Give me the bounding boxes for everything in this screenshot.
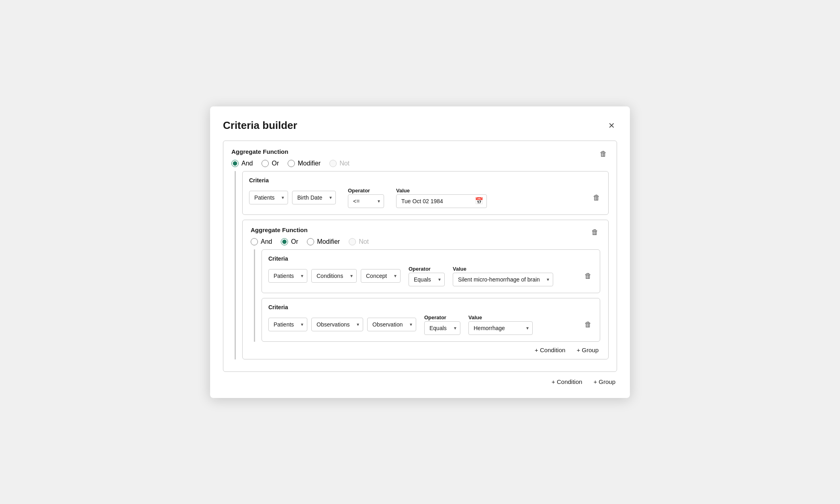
outer-operator-select-wrap: <= ▾ [348,194,384,208]
inner-aggregate-box: Aggregate Function 🗑 And Or Modifier [242,220,609,359]
inner-agg-row: Aggregate Function 🗑 [251,226,600,238]
inner-add-condition-button[interactable]: + Condition [535,347,565,353]
outer-radio-or-label: Or [272,160,279,167]
inner2-patients-select[interactable]: Patients [268,318,307,331]
inner-radio-and-label: And [261,238,272,245]
outer-aggregate-box: Aggregate Function 🗑 And Or Modifier Not [223,141,617,372]
inner2-observation-select[interactable]: Observation [367,318,416,331]
inner2-value-select[interactable]: Hemorrhage [468,321,533,335]
outer-bottom-actions: + Condition + Group [223,378,617,385]
outer-operator-group: Operator <= ▾ [348,188,384,208]
inner2-operator-select[interactable]: Equals [424,321,460,335]
outer-criteria-label: Criteria [249,177,602,184]
inner-add-group-button[interactable]: + Group [576,347,599,353]
modal-title: Criteria builder [223,119,297,132]
outer-value-input[interactable] [401,195,473,208]
inner2-observations-select-wrap: Observations ▾ [311,318,363,331]
outer-aggregate-label: Aggregate Function [231,148,288,155]
outer-add-condition-button[interactable]: + Condition [552,378,582,385]
outer-aggregate-delete-button[interactable]: 🗑 [598,149,609,159]
inner-radio-modifier[interactable]: Modifier [307,238,340,245]
outer-radio-or[interactable]: Or [262,160,279,167]
inner-aggregate-delete-button[interactable]: 🗑 [590,227,600,237]
inner-criteria-box-2: Criteria Patients ▾ Observations [262,298,600,342]
outer-radio-modifier-label: Modifier [298,160,321,167]
inner-criteria-fields-1: Patients ▾ Conditions ▾ [268,266,593,286]
inner1-operator-select-wrap: Equals ▾ [409,273,445,286]
outer-operator-select[interactable]: <= [348,194,384,208]
outer-radio-and[interactable]: And [231,160,253,167]
inner1-operator-select[interactable]: Equals [409,273,445,286]
outer-radio-or-input[interactable] [262,160,269,167]
inner1-conditions-select-wrap: Conditions ▾ [311,269,357,283]
inner2-operator-label: Operator [424,314,460,320]
inner-criteria-fields-2: Patients ▾ Observations ▾ [268,314,593,335]
outer-radio-modifier-input[interactable] [288,160,295,167]
outer-value-group: Value 📅 [396,188,487,208]
outer-radio-and-input[interactable] [231,160,239,167]
inner-criteria-box-1: Criteria Patients ▾ Conditions [262,249,600,293]
inner2-observations-select[interactable]: Observations [311,318,363,331]
inner-bottom-actions: + Condition + Group [251,347,600,353]
outer-birthdate-select-wrap: Birth Date ▾ [292,191,336,204]
outer-criteria-fields: Patients ▾ Birth Date ▾ Operator [249,188,602,208]
close-button[interactable]: × [606,119,617,131]
outer-radio-not[interactable]: Not [329,160,349,167]
inner2-observation-select-wrap: Observation ▾ [367,318,416,331]
outer-agg-row: Aggregate Function 🗑 [231,148,609,160]
outer-patients-select[interactable]: Patients [249,191,288,204]
outer-criteria-section: Criteria Patients ▾ Birth Date ▾ [235,171,609,359]
inner-radio-not-label: Not [359,238,369,245]
inner1-operator-group: Operator Equals ▾ [409,266,445,286]
inner-criteria-2-delete-button[interactable]: 🗑 [583,320,593,330]
criteria-builder-modal: Criteria builder × Aggregate Function 🗑 … [210,106,630,398]
outer-aggregate-radio-group: And Or Modifier Not [231,160,609,167]
inner-radio-modifier-label: Modifier [317,238,340,245]
inner1-value-label: Value [453,266,553,272]
inner-radio-and[interactable]: And [251,238,272,245]
inner2-operator-select-wrap: Equals ▾ [424,321,460,335]
inner-radio-not-input[interactable] [349,238,356,245]
inner1-concept-select[interactable]: Concept [361,269,401,283]
inner1-value-group: Value Silent micro-hemorrhage of brain ▾ [453,266,553,286]
inner1-patients-select[interactable]: Patients [268,269,307,283]
outer-criteria-box: Criteria Patients ▾ Birth Date ▾ [242,171,609,215]
calendar-icon[interactable]: 📅 [475,197,483,205]
inner-radio-or-label: Or [291,238,298,245]
inner-radio-modifier-input[interactable] [307,238,314,245]
outer-radio-modifier[interactable]: Modifier [288,160,321,167]
inner2-value-group: Value Hemorrhage ▾ [468,314,533,335]
outer-radio-not-input[interactable] [329,160,337,167]
outer-radio-and-label: And [241,160,253,167]
inner1-patients-select-wrap: Patients ▾ [268,269,307,283]
inner-criteria-1-delete-button[interactable]: 🗑 [583,271,593,281]
outer-radio-not-label: Not [339,160,349,167]
inner1-concept-select-wrap: Concept ▾ [361,269,401,283]
inner-radio-not[interactable]: Not [349,238,369,245]
inner-radio-or-input[interactable] [281,238,288,245]
outer-add-group-button[interactable]: + Group [593,378,615,385]
inner2-patients-select-wrap: Patients ▾ [268,318,307,331]
inner2-operator-group: Operator Equals ▾ [424,314,460,335]
inner-criteria-label-1: Criteria [268,255,593,262]
inner2-value-label: Value [468,314,533,320]
inner-criteria-section: Criteria Patients ▾ Conditions [254,249,600,342]
inner2-value-select-wrap: Hemorrhage ▾ [468,321,533,335]
inner1-conditions-select[interactable]: Conditions [311,269,357,283]
outer-value-label: Value [396,188,487,194]
inner1-value-select[interactable]: Silent micro-hemorrhage of brain [453,273,553,286]
inner-criteria-label-2: Criteria [268,304,593,310]
outer-value-input-wrap: 📅 [396,194,487,208]
inner1-operator-label: Operator [409,266,445,272]
inner1-value-select-wrap: Silent micro-hemorrhage of brain ▾ [453,273,553,286]
outer-patients-select-wrap: Patients ▾ [249,191,288,204]
inner-aggregate-label: Aggregate Function [251,226,308,233]
outer-criteria-delete-button[interactable]: 🗑 [591,193,602,203]
outer-operator-label: Operator [348,188,384,194]
inner-aggregate-radio-group: And Or Modifier Not [251,238,600,245]
modal-header: Criteria builder × [223,119,617,132]
inner-radio-and-input[interactable] [251,238,258,245]
outer-birthdate-select[interactable]: Birth Date [292,191,336,204]
inner-radio-or[interactable]: Or [281,238,298,245]
